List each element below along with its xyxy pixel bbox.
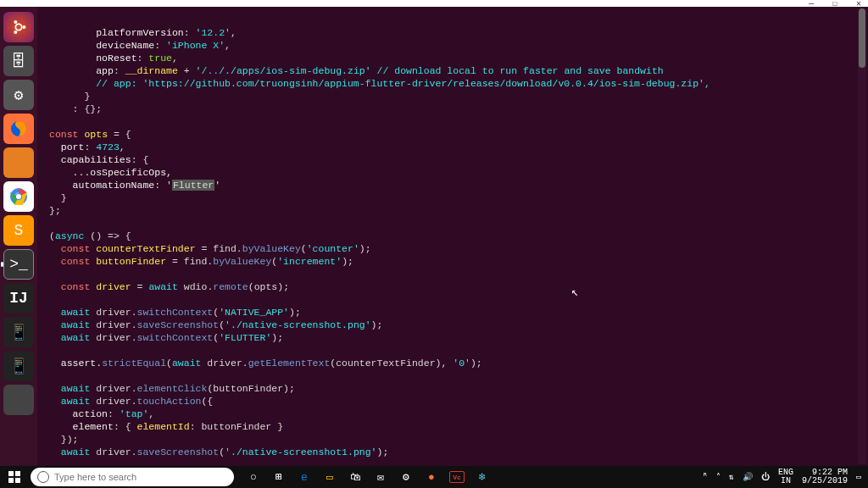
code-token: const xyxy=(61,281,91,292)
code-token: ); xyxy=(377,446,389,458)
code-token: (counterTextFinder), xyxy=(330,358,453,369)
code-token: ); xyxy=(371,319,383,330)
code-token: './native-screenshot.png' xyxy=(225,319,371,330)
code-token: automationName xyxy=(73,180,155,191)
snowflake-icon[interactable]: ❄ xyxy=(475,469,490,485)
taskview-icon[interactable]: ⊞ xyxy=(271,469,287,485)
taskbar-pinned: ○ ⊞ e ▭ 🛍 ✉ ⚙ ● Vc ❄ xyxy=(246,469,490,485)
launcher-settings[interactable]: ⚙ xyxy=(3,80,34,110)
code-token: : { xyxy=(131,154,149,165)
code-token: element xyxy=(73,421,114,432)
code-token: '12.2' xyxy=(196,27,231,38)
code-token: 'iPhone X' xyxy=(166,40,225,51)
code-token: elementClick xyxy=(137,383,208,394)
launcher-phone[interactable]: 📱 xyxy=(3,317,34,347)
svg-point-0 xyxy=(15,24,21,30)
launcher-phone-2[interactable]: 📱 xyxy=(3,351,34,381)
firefox-taskbar-icon[interactable]: ● xyxy=(424,469,439,485)
editor-scrollbar[interactable] xyxy=(858,8,866,464)
code-token: noReset xyxy=(96,53,136,64)
code-token: await xyxy=(61,396,91,407)
code-token: '/.././apps/ios-sim-debug.zip' xyxy=(196,65,371,76)
minimize-button[interactable]: — xyxy=(807,0,815,7)
tray-volume-icon[interactable]: 🔊 xyxy=(743,472,753,482)
code-token: '0' xyxy=(453,358,470,369)
code-token: }; xyxy=(49,205,61,216)
tray-network-icon[interactable]: ⇅ xyxy=(729,472,734,482)
code-token: assert. xyxy=(61,358,102,369)
launcher-terminal[interactable]: >_ xyxy=(3,249,34,280)
code-token: () => { xyxy=(84,230,131,241)
code-editor[interactable]: platformVersion: '12.2', deviceName: 'iP… xyxy=(37,7,868,466)
ubuntu-launcher: 🗄 ⚙ S >_ IJ 📱 📱 xyxy=(0,7,37,466)
code-token: driver. xyxy=(201,358,248,369)
code-token: ); xyxy=(470,358,482,369)
code-token: await xyxy=(61,383,91,394)
code-token: app xyxy=(96,65,114,76)
code-token: ); xyxy=(342,256,353,267)
action-center-icon[interactable]: ▭ xyxy=(856,472,861,482)
mail-icon[interactable]: ✉ xyxy=(373,469,388,485)
code-token: deviceName xyxy=(96,40,154,51)
clock[interactable]: 9:22 PM9/25/2019 xyxy=(802,469,848,485)
window-titlebar: — ☐ ✕ xyxy=(0,0,868,7)
edge-icon[interactable]: e xyxy=(297,469,312,485)
code-token: wdio. xyxy=(178,281,213,292)
code-token: 'increment' xyxy=(277,256,342,267)
close-button[interactable]: ✕ xyxy=(854,0,863,7)
code-token: 'NATIVE_APP' xyxy=(219,307,289,318)
code-token: opts xyxy=(84,129,108,140)
code-token: = find. xyxy=(196,243,242,254)
code-token: : {}; xyxy=(73,103,103,114)
tray-people-icon[interactable]: ᴿ xyxy=(703,472,708,482)
launcher-ubuntu[interactable] xyxy=(3,12,34,42)
code-comment: // download local to run faster and save… xyxy=(377,65,664,76)
code-selection: Flutter xyxy=(172,180,214,191)
scrollbar-thumb[interactable] xyxy=(859,8,865,68)
code-token: action xyxy=(73,408,108,419)
tray-wifi-icon[interactable]: ⏻ xyxy=(761,472,770,482)
start-button[interactable] xyxy=(0,466,29,488)
code-token: ); xyxy=(359,243,371,254)
code-token: await xyxy=(61,332,91,343)
code-token: platformVersion xyxy=(96,27,184,38)
code-token: driver. xyxy=(90,319,136,330)
launcher-app-orange[interactable] xyxy=(3,147,34,178)
cortana-icon[interactable]: ○ xyxy=(246,469,261,485)
launcher-chrome[interactable] xyxy=(3,181,34,212)
launcher-files[interactable]: 🗄 xyxy=(3,46,34,76)
code-token: __dirname xyxy=(125,65,178,76)
code-token: const xyxy=(49,129,79,140)
code-token: buttonFinder xyxy=(96,256,166,267)
search-input[interactable] xyxy=(54,472,234,482)
tray-chevron-up-icon[interactable]: ˄ xyxy=(716,472,721,482)
launcher-sublime[interactable]: S xyxy=(3,215,34,246)
code-token: : { xyxy=(114,421,137,432)
code-token: } xyxy=(84,91,90,102)
code-token: 'FLUTTER' xyxy=(219,332,271,343)
code-token: driver. xyxy=(90,307,136,318)
maximize-button[interactable]: ☐ xyxy=(831,0,839,7)
launcher-firefox[interactable] xyxy=(3,114,34,144)
search-icon xyxy=(37,471,49,483)
system-tray: ᴿ ˄ ⇅ 🔊 ⏻ ENGIN 9:22 PM9/25/2019 ▭ xyxy=(703,469,868,485)
code-token: }); xyxy=(61,434,79,445)
settings-icon[interactable]: ⚙ xyxy=(398,469,414,485)
launcher-intellij[interactable]: IJ xyxy=(3,283,34,313)
code-token: ( xyxy=(301,243,307,254)
code-token: 'tap' xyxy=(120,408,149,419)
language-indicator[interactable]: ENGIN xyxy=(778,469,793,485)
launcher-generic[interactable] xyxy=(3,385,34,415)
taskbar-search[interactable] xyxy=(31,468,234,486)
code-token: const xyxy=(61,256,91,267)
code-token: (buttonFinder); xyxy=(207,383,295,394)
code-token: await xyxy=(172,358,202,369)
code-token: await xyxy=(148,281,178,292)
store-icon[interactable]: 🛍 xyxy=(348,469,363,485)
code-token: ( xyxy=(166,358,172,369)
code-token: 4723 xyxy=(96,141,120,152)
file-explorer-icon[interactable]: ▭ xyxy=(322,469,337,485)
code-token: ...osSpecificOps, xyxy=(73,167,172,178)
vc-app-icon[interactable]: Vc xyxy=(449,469,465,485)
code-token: byValueKey xyxy=(213,256,271,267)
